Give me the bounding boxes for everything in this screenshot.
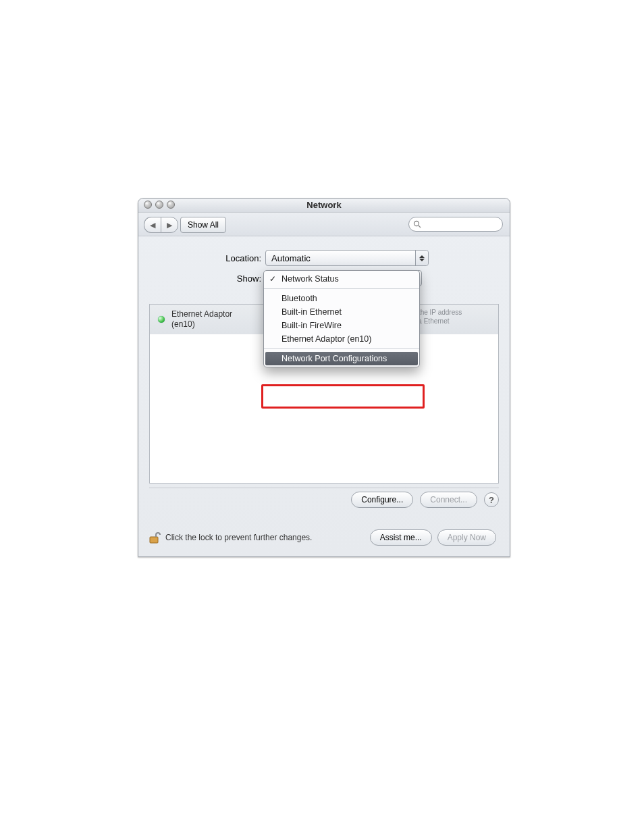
search-icon: [413, 220, 421, 228]
svg-point-0: [414, 221, 419, 226]
lock-text: Click the lock to prevent further change…: [165, 533, 312, 542]
menu-item-bluetooth[interactable]: Bluetooth: [264, 292, 419, 305]
adaptor-label: Ethernet Adaptor (en10): [171, 309, 232, 330]
show-all-button[interactable]: Show All: [180, 217, 226, 233]
location-value: Automatic: [271, 253, 311, 263]
menu-item-builtin-firewire[interactable]: Built-in FireWire: [264, 319, 419, 332]
zoom-icon[interactable]: [167, 201, 175, 209]
show-menu: Network Status Bluetooth Built-in Ethern…: [263, 270, 420, 367]
location-row: Location: Automatic: [187, 249, 510, 267]
menu-item-builtin-ethernet[interactable]: Built-in Ethernet: [264, 305, 419, 319]
forward-button[interactable]: ▶: [161, 217, 178, 233]
menu-separator: [264, 288, 419, 289]
titlebar: Network: [138, 199, 510, 213]
toolbar: ◀ ▶ Show All: [138, 213, 510, 236]
location-label: Location:: [187, 253, 265, 263]
content-area: Location: Automatic Show: Ethernet Adapt…: [138, 236, 510, 288]
menu-separator: [264, 348, 419, 349]
back-button[interactable]: ◀: [144, 217, 161, 233]
lock-button[interactable]: Click the lock to prevent further change…: [146, 530, 312, 545]
chevron-right-icon: ▶: [167, 221, 172, 230]
search-input[interactable]: [408, 217, 503, 232]
svg-rect-2: [150, 537, 158, 543]
apply-now-button[interactable]: Apply Now: [437, 529, 496, 546]
location-popup[interactable]: Automatic: [265, 250, 429, 266]
configure-button[interactable]: Configure...: [351, 492, 413, 508]
status-green-icon: [158, 316, 165, 323]
unlock-icon: [146, 530, 161, 545]
popup-arrows-icon: [415, 251, 428, 265]
network-prefs-window: Network ◀ ▶ Show All Location: Automatic…: [138, 198, 510, 557]
connect-button[interactable]: Connect...: [420, 492, 477, 508]
show-label: Show:: [187, 273, 265, 284]
minimize-icon[interactable]: [155, 201, 163, 209]
help-button[interactable]: ?: [484, 492, 499, 507]
menu-item-ethernet-en10[interactable]: Ethernet Adaptor (en10): [264, 332, 419, 346]
footer: Click the lock to prevent further change…: [138, 519, 510, 556]
close-icon[interactable]: [144, 201, 152, 209]
svg-line-1: [419, 226, 421, 228]
menu-item-port-configurations[interactable]: Network Port Configurations: [265, 352, 418, 365]
traffic-lights: [144, 201, 175, 209]
window-title: Network: [138, 199, 510, 212]
help-icon: ?: [489, 495, 494, 505]
list-button-row: Configure... Connect... ?: [149, 488, 499, 511]
chevron-left-icon: ◀: [150, 221, 155, 230]
footer-buttons: Assist me... Apply Now: [370, 529, 502, 546]
assist-me-button[interactable]: Assist me...: [370, 529, 432, 546]
nav-buttons: ◀ ▶: [144, 217, 178, 233]
menu-item-network-status[interactable]: Network Status: [264, 272, 419, 286]
